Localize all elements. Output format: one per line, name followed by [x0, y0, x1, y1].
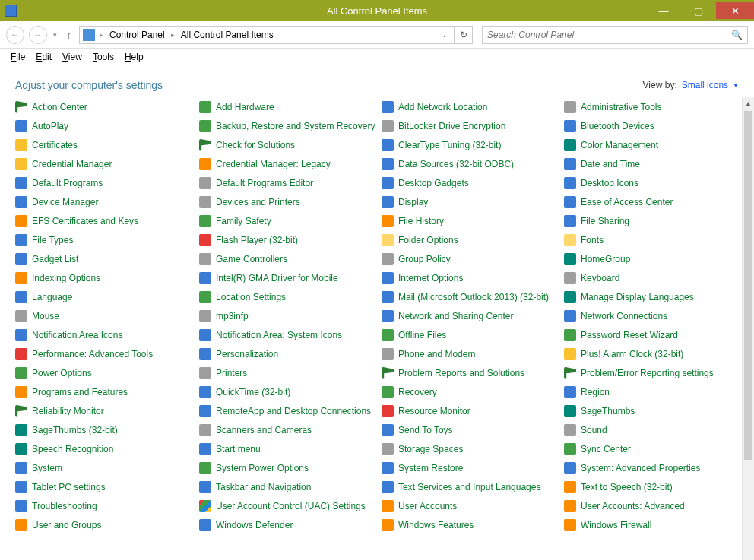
cp-item[interactable]: Display — [382, 192, 564, 211]
menu-help[interactable]: Help — [120, 50, 148, 64]
cp-item[interactable]: Check for Solutions — [199, 135, 382, 154]
cp-item[interactable]: Problem Reports and Solutions — [382, 363, 564, 382]
cp-item[interactable]: Resource Monitor — [382, 401, 564, 420]
search-icon[interactable]: 🔍 — [731, 30, 743, 40]
cp-item[interactable]: File Sharing — [564, 211, 739, 230]
cp-item[interactable]: Personalization — [199, 344, 382, 363]
menu-tools[interactable]: Tools — [88, 50, 119, 64]
cp-item[interactable]: Game Controllers — [199, 249, 382, 268]
cp-item[interactable]: Manage Display Languages — [564, 287, 739, 306]
cp-item[interactable]: Backup, Restore and System Recovery — [199, 116, 382, 135]
cp-item[interactable]: Color Management — [564, 135, 739, 154]
cp-item[interactable]: RemoteApp and Desktop Connections — [199, 401, 382, 420]
cp-item[interactable]: Speech Recognition — [15, 439, 199, 458]
cp-item[interactable]: SageThumbs — [564, 401, 739, 420]
cp-item[interactable]: HomeGroup — [564, 249, 739, 268]
cp-item[interactable]: Language — [15, 287, 199, 306]
cp-item[interactable]: Add Hardware — [199, 97, 382, 116]
cp-item[interactable]: BitLocker Drive Encryption — [382, 116, 564, 135]
cp-item[interactable]: Flash Player (32-bit) — [199, 230, 382, 249]
search-box[interactable]: 🔍 — [482, 26, 748, 44]
scrollbar[interactable]: ▲ ▼ — [742, 97, 754, 560]
cp-item[interactable]: Text Services and Input Languages — [382, 477, 564, 496]
menu-edit[interactable]: Edit — [31, 50, 56, 64]
forward-button[interactable]: → — [29, 26, 47, 44]
scroll-thumb[interactable] — [744, 111, 752, 460]
cp-item[interactable]: Plus! Alarm Clock (32-bit) — [564, 344, 739, 363]
cp-item[interactable]: Data Sources (32-bit ODBC) — [382, 154, 564, 173]
cp-item[interactable]: Region — [564, 382, 739, 401]
cp-item[interactable]: Bluetooth Devices — [564, 116, 739, 135]
cp-item[interactable]: Power Options — [15, 363, 199, 382]
cp-item[interactable]: EFS Certificates and Keys — [15, 211, 199, 230]
cp-item[interactable]: System Restore — [382, 458, 564, 477]
cp-item[interactable]: Date and Time — [564, 154, 739, 173]
chevron-right-icon[interactable]: ▸ — [98, 31, 105, 39]
cp-item[interactable]: Phone and Modem — [382, 344, 564, 363]
cp-item[interactable]: User Accounts — [382, 496, 564, 515]
search-input[interactable] — [487, 30, 731, 40]
cp-item[interactable]: System Power Options — [199, 458, 382, 477]
cp-item[interactable]: Ease of Access Center — [564, 192, 739, 211]
cp-item[interactable]: Taskbar and Navigation — [199, 477, 382, 496]
cp-item[interactable]: Default Programs — [15, 173, 199, 192]
chevron-down-icon[interactable]: ▼ — [733, 82, 739, 89]
history-dropdown-icon[interactable]: ▾ — [52, 31, 59, 39]
cp-item[interactable]: Send To Toys — [382, 420, 564, 439]
close-button[interactable]: ✕ — [716, 2, 754, 19]
cp-item[interactable]: AutoPlay — [15, 116, 199, 135]
cp-item[interactable]: Intel(R) GMA Driver for Mobile — [199, 268, 382, 287]
cp-item[interactable]: Action Center — [15, 97, 199, 116]
cp-item[interactable]: User Account Control (UAC) Settings — [199, 496, 382, 515]
cp-item[interactable]: Gadget List — [15, 249, 199, 268]
cp-item[interactable]: Password Reset Wizard — [564, 325, 739, 344]
cp-item[interactable]: Start menu — [199, 439, 382, 458]
cp-item[interactable]: Family Safety — [199, 211, 382, 230]
cp-item[interactable]: Notification Area: System Icons — [199, 325, 382, 344]
cp-item[interactable]: Internet Options — [382, 268, 564, 287]
cp-item[interactable]: Windows Firewall — [564, 515, 739, 534]
refresh-button[interactable]: ↻ — [455, 26, 473, 44]
cp-item[interactable]: System — [15, 458, 199, 477]
cp-item[interactable]: Performance: Advanced Tools — [15, 344, 199, 363]
view-by-value[interactable]: Small icons — [682, 80, 728, 90]
cp-item[interactable]: Devices and Printers — [199, 192, 382, 211]
back-button[interactable]: ← — [6, 26, 24, 44]
address-dropdown-icon[interactable]: ⌄ — [439, 31, 451, 39]
scroll-up-icon[interactable]: ▲ — [743, 97, 754, 109]
cp-item[interactable]: Credential Manager: Legacy — [199, 154, 382, 173]
cp-item[interactable]: Keyboard — [564, 268, 739, 287]
cp-item[interactable]: Location Settings — [199, 287, 382, 306]
cp-item[interactable]: Offline Files — [382, 325, 564, 344]
cp-item[interactable]: User Accounts: Advanced — [564, 496, 739, 515]
cp-item[interactable]: Storage Spaces — [382, 439, 564, 458]
cp-item[interactable]: Desktop Icons — [564, 173, 739, 192]
cp-item[interactable]: Mail (Microsoft Outlook 2013) (32-bit) — [382, 287, 564, 306]
up-button[interactable]: ↑ — [63, 29, 74, 41]
cp-item[interactable]: Printers — [199, 363, 382, 382]
cp-item[interactable]: Sound — [564, 420, 739, 439]
cp-item[interactable]: Mouse — [15, 306, 199, 325]
cp-item[interactable]: Scanners and Cameras — [199, 420, 382, 439]
cp-item[interactable]: Group Policy — [382, 249, 564, 268]
cp-item[interactable]: Indexing Options — [15, 268, 199, 287]
cp-item[interactable]: File History — [382, 211, 564, 230]
cp-item[interactable]: Problem/Error Reporting settings — [564, 363, 739, 382]
cp-item[interactable]: Windows Features — [382, 515, 564, 534]
cp-item[interactable]: SageThumbs (32-bit) — [15, 420, 199, 439]
cp-item[interactable]: Windows Defender — [199, 515, 382, 534]
breadcrumb-item[interactable]: All Control Panel Items — [179, 30, 275, 40]
cp-item[interactable]: Fonts — [564, 230, 739, 249]
menu-file[interactable]: File — [6, 50, 30, 64]
cp-item[interactable]: QuickTime (32-bit) — [199, 382, 382, 401]
cp-item[interactable]: Desktop Gadgets — [382, 173, 564, 192]
cp-item[interactable]: Notification Area Icons — [15, 325, 199, 344]
cp-item[interactable]: System: Advanced Properties — [564, 458, 739, 477]
cp-item[interactable]: Sync Center — [564, 439, 739, 458]
cp-item[interactable]: Programs and Features — [15, 382, 199, 401]
cp-item[interactable]: mp3infp — [199, 306, 382, 325]
cp-item[interactable]: Network and Sharing Center — [382, 306, 564, 325]
cp-item[interactable]: Recovery — [382, 382, 564, 401]
minimize-button[interactable]: — — [646, 2, 681, 19]
cp-item[interactable]: File Types — [15, 230, 199, 249]
